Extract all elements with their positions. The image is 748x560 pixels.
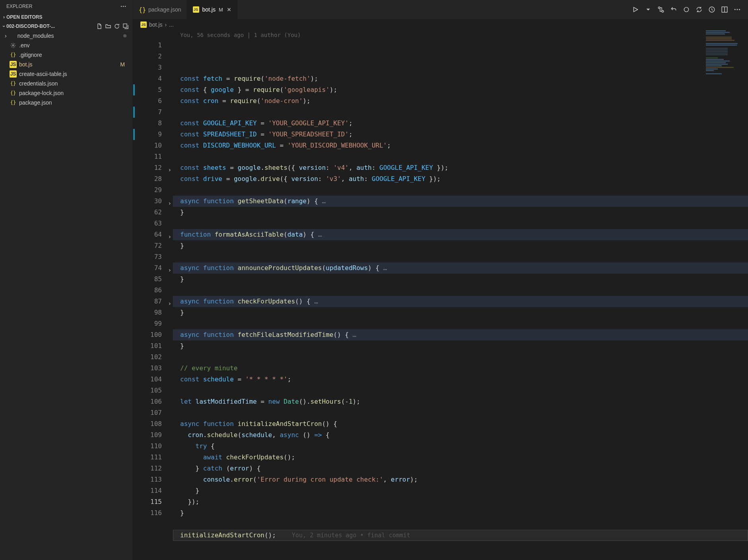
breadcrumb[interactable]: JS bot.js › ... <box>133 19 748 30</box>
code-line[interactable]: const drive = google.drive({ version: 'v… <box>173 173 748 185</box>
code-content[interactable]: You, 56 seconds ago | 1 author (You) con… <box>173 30 748 560</box>
code-line[interactable]: } <box>173 274 748 285</box>
code-line[interactable]: }); <box>173 496 748 508</box>
code-line[interactable]: const cron = require('node-cron'); <box>173 95 748 107</box>
code-line[interactable]: async function checkForUpdates() { … <box>173 296 748 307</box>
line-number[interactable]: 64› <box>133 229 173 240</box>
tab-package-json[interactable]: {}package.json <box>133 0 187 19</box>
line-number[interactable]: 3 <box>133 62 173 73</box>
line-number[interactable]: 7 <box>133 107 173 118</box>
git-compare-icon[interactable] <box>657 6 664 13</box>
code-line[interactable]: async function getSheetData(range) { … <box>173 196 748 207</box>
code-line[interactable] <box>173 318 748 329</box>
close-icon[interactable] <box>226 7 232 12</box>
line-number[interactable]: 99 <box>133 318 173 329</box>
line-number[interactable]: 10 <box>133 140 173 151</box>
code-line[interactable]: } <box>173 340 748 352</box>
line-number[interactable]: 9 <box>133 129 173 140</box>
code-line[interactable]: async function announceProductUpdates(up… <box>173 262 748 274</box>
line-number[interactable]: 4 <box>133 73 173 84</box>
code-line[interactable] <box>173 218 748 229</box>
line-number[interactable]: 105 <box>133 385 173 396</box>
tab-bot-js[interactable]: JSbot.jsM <box>187 0 238 19</box>
code-line[interactable]: function formatAsAsciiTable(data) { … <box>173 229 748 240</box>
line-number[interactable]: 116 <box>133 508 173 519</box>
file-item--env[interactable]: .env <box>0 41 133 50</box>
code-line[interactable] <box>173 407 748 418</box>
code-line[interactable]: try { <box>173 441 748 452</box>
refresh-icon[interactable] <box>114 23 120 29</box>
code-line[interactable]: const fetch = require('node-fetch'); <box>173 73 748 84</box>
code-line[interactable]: } <box>173 508 748 519</box>
file-item-create-ascii-table-js[interactable]: JScreate-ascii-table.js <box>0 69 133 79</box>
folder-header[interactable]: › 002-DISCORD-BOT-... <box>0 21 133 31</box>
file-item-bot-js[interactable]: JSbot.jsM <box>0 60 133 69</box>
more-tab-icon[interactable] <box>734 6 741 13</box>
code-line[interactable]: console.error('Error during cron update … <box>173 474 748 485</box>
code-line[interactable] <box>173 352 748 363</box>
code-line[interactable]: const sheets = google.sheets({ version: … <box>173 162 748 173</box>
line-number[interactable]: 85 <box>133 274 173 285</box>
code-line[interactable] <box>173 107 748 118</box>
file-item--gitignore[interactable]: {}.gitignore <box>0 50 133 60</box>
code-line[interactable] <box>173 251 748 262</box>
line-number[interactable]: 106 <box>133 396 173 407</box>
code-line[interactable] <box>173 385 748 396</box>
code-line[interactable]: } catch (error) { <box>173 463 748 474</box>
code-area[interactable]: 123456789101112›282930›626364›727374›858… <box>133 30 748 560</box>
code-line[interactable] <box>173 151 748 162</box>
line-number[interactable]: 6 <box>133 95 173 107</box>
collapse-icon[interactable] <box>122 23 129 29</box>
code-line[interactable] <box>173 519 748 530</box>
line-number[interactable]: 5 <box>133 84 173 95</box>
line-number[interactable]: 108 <box>133 418 173 430</box>
gutter[interactable]: 123456789101112›282930›626364›727374›858… <box>133 30 173 560</box>
line-number[interactable]: 100 <box>133 329 173 340</box>
code-line[interactable] <box>173 285 748 296</box>
code-line[interactable]: // every minute <box>173 363 748 374</box>
code-line[interactable]: } <box>173 207 748 218</box>
line-number[interactable]: 104 <box>133 374 173 385</box>
line-number[interactable]: 102 <box>133 352 173 363</box>
code-line[interactable]: async function fetchFileLastModifiedTime… <box>173 329 748 340</box>
run-icon[interactable] <box>632 6 639 13</box>
code-line[interactable]: initializeAndStartCron();You, 2 minutes … <box>173 530 748 541</box>
codelens-blame[interactable]: You, 56 seconds ago | 1 author (You) <box>180 30 301 40</box>
line-number[interactable]: 30› <box>133 196 173 207</box>
line-number[interactable]: 115 <box>133 496 173 508</box>
line-number[interactable]: 103 <box>133 363 173 374</box>
line-number[interactable]: 111 <box>133 452 173 463</box>
file-item-package-lock-json[interactable]: {}package-lock.json <box>0 88 133 98</box>
split-icon[interactable] <box>721 6 728 13</box>
file-item-node_modules[interactable]: ›node_modules <box>0 31 133 41</box>
refresh-circle-icon[interactable] <box>696 6 703 13</box>
line-number[interactable]: 28 <box>133 173 173 185</box>
code-line[interactable]: const SPREADSHEET_ID = 'YOUR_SPREADSHEET… <box>173 129 748 140</box>
code-line[interactable]: const { google } = require('googleapis')… <box>173 84 748 95</box>
line-number[interactable]: 74› <box>133 262 173 274</box>
code-line[interactable]: const schedule = '* * * * *'; <box>173 374 748 385</box>
line-number[interactable]: 1 <box>133 40 173 51</box>
line-number[interactable]: 73 <box>133 251 173 262</box>
code-line[interactable]: } <box>173 240 748 251</box>
code-line[interactable] <box>173 541 748 552</box>
new-file-icon[interactable] <box>96 23 103 29</box>
new-folder-icon[interactable] <box>105 23 111 29</box>
minimap[interactable] <box>704 30 748 78</box>
timeline-icon[interactable] <box>708 6 715 13</box>
line-number[interactable]: 98 <box>133 307 173 318</box>
code-line[interactable] <box>173 185 748 196</box>
line-number[interactable]: 12› <box>133 162 173 173</box>
line-number[interactable]: 62 <box>133 207 173 218</box>
line-number[interactable]: 101 <box>133 340 173 352</box>
line-number[interactable]: 112 <box>133 463 173 474</box>
line-number[interactable]: 63 <box>133 218 173 229</box>
code-line[interactable]: const GOOGLE_API_KEY = 'YOUR_GOOGLE_API_… <box>173 118 748 129</box>
line-number[interactable]: 2 <box>133 51 173 62</box>
code-line[interactable]: let lastModifiedTime = new Date().setHou… <box>173 396 748 407</box>
line-number[interactable]: 109 <box>133 430 173 441</box>
run-dropdown-icon[interactable] <box>645 6 652 13</box>
line-number[interactable]: 113 <box>133 474 173 485</box>
code-line[interactable]: await checkForUpdates(); <box>173 452 748 463</box>
code-line[interactable]: } <box>173 485 748 496</box>
